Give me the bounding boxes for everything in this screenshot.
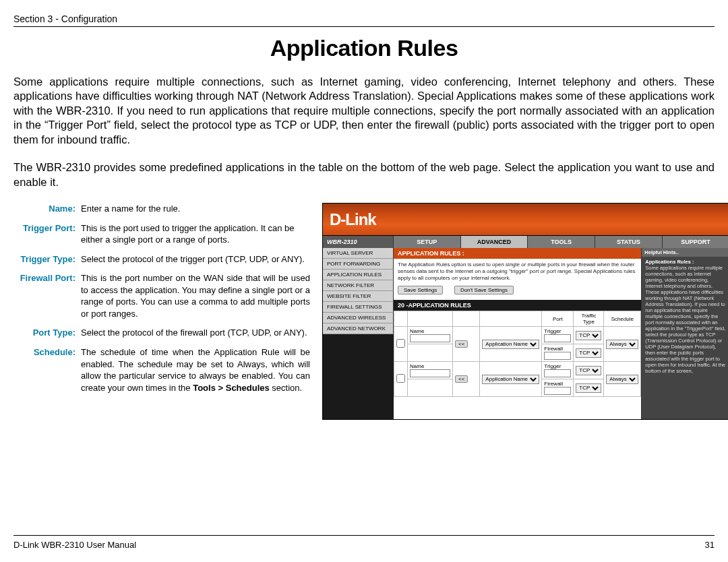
sidebar-item-website-filter[interactable]: WEBSITE FILTER: [323, 291, 394, 302]
row-trigger-label: Trigger: [544, 363, 561, 369]
application-select[interactable]: Application Name: [482, 375, 539, 384]
rule-checkbox[interactable]: [396, 339, 405, 348]
section-header: Section 3 - Configuration: [13, 13, 715, 27]
tab-setup[interactable]: SETUP: [394, 236, 461, 248]
sidebar-item-network-filter[interactable]: NETWORK FILTER: [323, 280, 394, 291]
row-name-label: Name: [410, 328, 424, 334]
router-screenshot: D-Link WBR-2310 SETUP ADVANCED TOOLS STA…: [322, 203, 728, 420]
trigger-type-select[interactable]: TCP: [576, 331, 601, 340]
row-firewall-label: Firewall: [544, 346, 563, 352]
router-main: APPLICATION RULES : The Application Rule…: [394, 248, 642, 419]
tab-tools[interactable]: TOOLS: [528, 236, 595, 248]
sidebar-item-advanced-wireless[interactable]: ADVANCED WIRELESS: [323, 313, 394, 323]
def-porttype-desc: Select the protocol of the firewall port…: [81, 327, 310, 346]
sidebar-item-port-forwarding[interactable]: PORT FORWARDING: [323, 259, 394, 270]
rule-checkbox[interactable]: [396, 374, 405, 383]
panel-title: APPLICATION RULES :: [394, 248, 641, 259]
rule-name-input[interactable]: [410, 334, 450, 342]
table-row: Name << Application Name Trigger TCP Alw…: [394, 327, 641, 344]
copy-button[interactable]: <<: [455, 375, 468, 383]
table-row: Name << Application Name Trigger TCP Alw…: [394, 362, 641, 379]
trigger-type-select[interactable]: TCP: [576, 366, 601, 375]
router-banner: D-Link: [323, 204, 728, 236]
schedule-select[interactable]: Always: [606, 375, 638, 384]
firewall-port-input[interactable]: [544, 387, 571, 395]
panel-description: The Application Rules option is used to …: [394, 259, 641, 286]
def-firewallport-desc: This is the port number on the WAN side …: [81, 272, 310, 327]
def-schedule-desc-bold: Tools > Schedules: [193, 383, 270, 393]
rule-name-input[interactable]: [410, 369, 450, 377]
th-port: Port: [542, 311, 574, 327]
dont-save-button[interactable]: Don't Save Settings: [454, 286, 514, 294]
row-firewall-label: Firewall: [544, 381, 563, 387]
sidebar-item-advanced-network[interactable]: ADVANCED NETWORK: [323, 323, 394, 334]
th-traffic: Traffic Type: [574, 311, 604, 327]
def-porttype-term: Port Type:: [13, 327, 81, 346]
help-body: Some applications require multiple conne…: [645, 265, 725, 374]
intro-paragraph-1: Some applications require multiple conne…: [13, 75, 715, 147]
trigger-port-input[interactable]: [544, 334, 571, 342]
rules-table: Port Traffic Type Schedule Name << Appli…: [394, 311, 641, 397]
trigger-port-input[interactable]: [544, 369, 571, 377]
row-name-label: Name: [410, 363, 424, 369]
def-schedule-desc: The schedule of time when the Applicatio…: [81, 346, 310, 401]
def-triggerport-desc: This is the port used to trigger the app…: [81, 222, 310, 253]
sidebar-item-virtual-server[interactable]: VIRTUAL SERVER: [323, 248, 394, 259]
brand-logo: D-Link: [330, 210, 376, 229]
save-button[interactable]: Save Settings: [398, 286, 443, 294]
tab-advanced[interactable]: ADVANCED: [461, 236, 528, 248]
def-schedule-desc-2: section.: [270, 383, 302, 393]
def-schedule-term: Schedule:: [13, 346, 81, 401]
firewall-port-input[interactable]: [544, 352, 571, 360]
field-definitions: Name: Enter a name for the rule. Trigger…: [13, 203, 310, 420]
def-triggertype-term: Trigger Type:: [13, 253, 81, 273]
application-select[interactable]: Application Name: [482, 340, 539, 349]
footer-page-number: 31: [705, 540, 715, 550]
intro-paragraph-2: The WBR-2310 provides some predefined ap…: [13, 160, 715, 189]
tab-support[interactable]: SUPPORT: [663, 236, 728, 248]
schedule-select[interactable]: Always: [606, 340, 638, 349]
helpful-hints-panel: Helpful Hints.. Applications Rules : Som…: [642, 248, 728, 419]
copy-button[interactable]: <<: [455, 340, 468, 348]
router-sidebar: VIRTUAL SERVER PORT FORWARDING APPLICATI…: [323, 248, 394, 419]
def-name-term: Name:: [13, 203, 81, 222]
help-subtitle: Applications Rules :: [645, 259, 694, 265]
firewall-type-select[interactable]: TCP: [576, 383, 601, 393]
def-triggerport-term: Trigger Port:: [13, 222, 81, 253]
page-footer: D-Link WBR-2310 User Manual 31: [13, 535, 715, 550]
sidebar-item-application-rules[interactable]: APPLICATION RULES: [323, 270, 394, 280]
def-triggertype-desc: Select the protocol of the trigger port …: [81, 253, 310, 273]
help-title: Helpful Hints..: [642, 248, 728, 257]
rules-section-title: 20 -APPLICATION RULES: [394, 300, 641, 311]
tab-status[interactable]: STATUS: [595, 236, 663, 248]
def-name-desc: Enter a name for the rule.: [81, 203, 310, 222]
page-title: Application Rules: [13, 35, 715, 61]
def-firewallport-term: Firewall Port:: [13, 272, 81, 327]
footer-left: D-Link WBR-2310 User Manual: [13, 540, 136, 550]
router-tabs: WBR-2310 SETUP ADVANCED TOOLS STATUS SUP…: [323, 236, 728, 248]
row-trigger-label: Trigger: [544, 328, 561, 334]
sidebar-item-firewall-settings[interactable]: FIREWALL SETTINGS: [323, 302, 394, 313]
model-label: WBR-2310: [323, 236, 394, 248]
th-schedule: Schedule: [604, 311, 641, 327]
firewall-type-select[interactable]: TCP: [576, 348, 601, 358]
